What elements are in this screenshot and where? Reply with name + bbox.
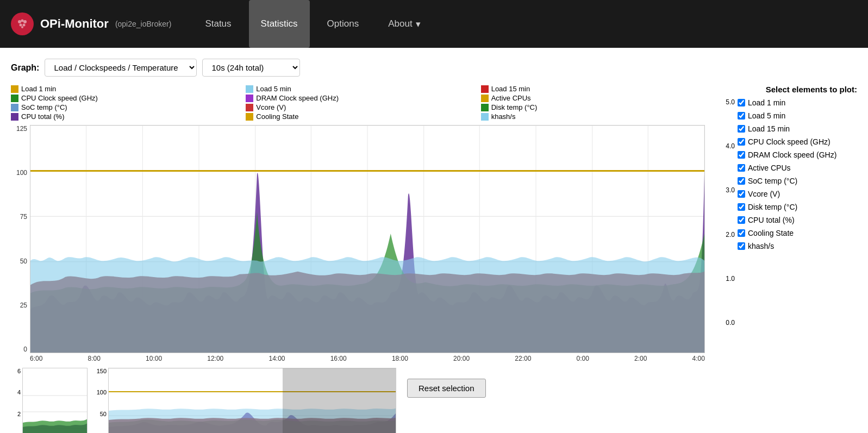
navbar: OPi-Monitor (opi2e_ioBroker) Status Stat… [0, 0, 868, 48]
app-subtitle: (opi2e_ioBroker) [115, 20, 172, 28]
checkbox-load1-input[interactable] [738, 99, 745, 106]
chart-wrapper: 125 100 75 50 25 0 [11, 125, 705, 353]
legend-color-soc-temp [11, 104, 18, 111]
checkbox-vcore-label: Vcore (V) [748, 190, 780, 198]
legend-label-dram-clock: DRAM Clock speed (GHz) [256, 94, 339, 102]
svg-point-6 [21, 26, 23, 28]
legend-color-load1 [11, 85, 18, 93]
checkbox-khash-label: khash/s [748, 242, 774, 250]
legend-color-active-cpu [481, 95, 489, 102]
checkbox-active-cpus-label: Active CPUs [748, 164, 791, 172]
legend-khash: khash/s [481, 112, 705, 121]
checkbox-cooling-input[interactable] [738, 229, 745, 237]
checkbox-vcore-input[interactable] [738, 190, 745, 198]
legend-color-disk-temp [481, 104, 489, 111]
checkbox-disk-temp[interactable]: Disk temp (°C) [738, 203, 836, 211]
raspberry-icon [11, 12, 34, 35]
checkbox-load5-input[interactable] [738, 112, 745, 120]
brand: OPi-Monitor (opi2e_ioBroker) [11, 12, 171, 35]
mini-left-svg [22, 368, 88, 433]
mini-y-axis-left: 6 4 2 0 [11, 368, 21, 433]
nav-statistics[interactable]: Statistics [249, 0, 310, 48]
legend-label-cooling: Cooling State [256, 112, 298, 121]
checkbox-load15-input[interactable] [738, 125, 745, 133]
legend-label-vcore: Vcore (V) [256, 103, 286, 111]
checkbox-dram-clock[interactable]: DRAM Clock speed (GHz) [738, 150, 836, 159]
legend-vcore: Vcore (V) [246, 103, 470, 111]
graph-interval-select[interactable]: 10s (24h total) [202, 59, 300, 77]
checkbox-load5[interactable]: Load 5 min [738, 111, 836, 120]
legend-color-dram-clock [246, 95, 253, 102]
legend-color-vcore [246, 104, 253, 111]
checkbox-disk-temp-input[interactable] [738, 203, 745, 211]
svg-point-3 [21, 20, 24, 22]
mini-y-axis-right: 150 100 50 0 [93, 368, 107, 433]
checkbox-cooling-label: Cooling State [748, 229, 794, 237]
legend-color-load15 [481, 85, 489, 93]
legend-color-cpu-clock [11, 95, 18, 102]
svg-point-1 [18, 20, 21, 23]
checkbox-cpu-total-input[interactable] [738, 216, 745, 224]
nav-about[interactable]: About ▾ [376, 0, 432, 48]
chart-legend: Load 1 min Load 5 min Load 15 min CPU Cl… [11, 85, 705, 121]
legend-color-khash [481, 113, 489, 121]
legend-color-cooling [246, 113, 253, 121]
legend-cpu-clock: CPU Clock speed (GHz) [11, 94, 235, 102]
checkbox-load5-label: Load 5 min [748, 111, 785, 120]
checkbox-khash-input[interactable] [738, 242, 745, 250]
checkbox-khash[interactable]: khash/s [738, 242, 836, 250]
nav-options[interactable]: Options [315, 0, 371, 48]
legend-label-cpu-clock: CPU Clock speed (GHz) [21, 94, 98, 102]
mini-right-svg[interactable] [108, 368, 396, 433]
checkbox-active-cpus-input[interactable] [738, 164, 745, 172]
mini-chart-section: 6 4 2 0 [11, 368, 705, 433]
checkbox-vcore[interactable]: Vcore (V) [738, 190, 836, 198]
app-title: OPi-Monitor [40, 17, 109, 31]
svg-point-4 [20, 24, 22, 27]
checkbox-cpu-total[interactable]: CPU total (%) [738, 216, 836, 224]
checkbox-dram-clock-input[interactable] [738, 151, 745, 159]
svg-point-2 [23, 20, 27, 23]
checkbox-load15[interactable]: Load 15 min [738, 124, 836, 133]
legend-label-disk-temp: Disk temp (°C) [491, 103, 538, 111]
reset-selection-button[interactable]: Reset selection [407, 379, 486, 398]
legend-load15: Load 15 min [481, 85, 705, 93]
mini-left-chart-area: 6 4 2 0 [11, 368, 88, 433]
mini-right-y-area: 150 100 50 0 [93, 368, 396, 433]
checkbox-soc-temp-label: SoC temp (°C) [748, 177, 797, 185]
x-axis: 6:00 8:00 10:00 12:00 14:00 16:00 18:00 … [30, 355, 705, 362]
legend-label-soc-temp: SoC temp (°C) [21, 103, 67, 111]
main-chart-svg[interactable] [30, 125, 705, 353]
checkbox-cpu-clock[interactable]: CPU Clock speed (GHz) [738, 137, 836, 146]
legend-color-load5 [246, 85, 253, 93]
checkbox-active-cpus[interactable]: Active CPUs [738, 164, 836, 172]
legend-label-cpu-total: CPU total (%) [21, 112, 64, 121]
graph-type-select[interactable]: Load / Clockspeeds / Temperature [45, 59, 197, 77]
nav-status[interactable]: Status [193, 0, 243, 48]
legend-load5: Load 5 min [246, 85, 470, 93]
checkbox-disk-temp-label: Disk temp (°C) [748, 203, 797, 211]
mini-chart-left-wrapper [22, 368, 88, 433]
checkbox-cpu-clock-label: CPU Clock speed (GHz) [748, 137, 830, 146]
y-axis-right: 5.0 4.0 3.0 2.0 1.0 0.0 [716, 98, 735, 327]
legend-disk-temp: Disk temp (°C) [481, 103, 705, 111]
legend-cooling: Cooling State [246, 112, 470, 121]
checkbox-soc-temp-input[interactable] [738, 177, 745, 185]
checkbox-cpu-clock-input[interactable] [738, 138, 745, 146]
select-elements-title: Select elements to plot: [716, 85, 857, 94]
checkbox-soc-temp[interactable]: SoC temp (°C) [738, 177, 836, 185]
y-axis-left: 125 100 75 50 25 0 [11, 125, 30, 353]
checkbox-load1[interactable]: Load 1 min [738, 98, 836, 107]
legend-color-cpu-total [11, 113, 18, 121]
mini-right-chart-area: 150 100 50 0 [93, 368, 396, 433]
legend-soc-temp: SoC temp (°C) [11, 103, 235, 111]
svg-point-5 [23, 24, 26, 27]
legend-active-cpu: Active CPUs [481, 94, 705, 102]
graph-controls: Graph: Load / Clockspeeds / Temperature … [11, 59, 857, 77]
legend-label-load1: Load 1 min [21, 85, 56, 93]
checkbox-cooling[interactable]: Cooling State [738, 229, 836, 237]
main-content: Graph: Load / Clockspeeds / Temperature … [0, 48, 868, 433]
checkbox-load1-label: Load 1 min [748, 98, 785, 107]
dropdown-arrow-icon: ▾ [416, 18, 421, 30]
main-chart-container[interactable] [30, 125, 705, 353]
